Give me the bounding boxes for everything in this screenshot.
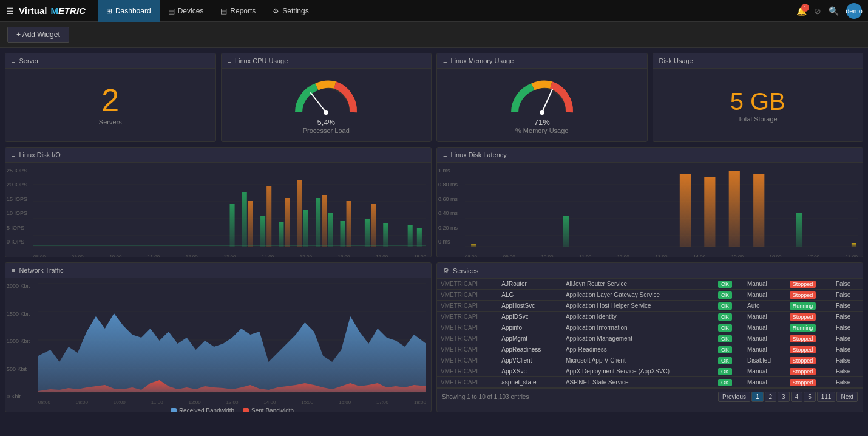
disk-io-chart-svg — [33, 168, 426, 253]
service-server: VMETRICAPI — [437, 333, 498, 344]
server-widget-header: ≡ Server — [5, 53, 215, 69]
table-row: VMETRICAPI AJRouter AllJoyn Router Servi… — [437, 279, 863, 290]
service-name: AppMgmt — [498, 333, 562, 344]
add-widget-button[interactable]: + Add Widget — [7, 27, 69, 43]
server-widget: ≡ Server 2 Servers — [5, 53, 216, 142]
network-widget: ≡ Network Traffic 2000 Kbit 1500 Kbit 10… — [5, 262, 432, 412]
network-legend: Received Bandwidth Sent Bandwidth — [38, 405, 426, 412]
svg-rect-13 — [279, 222, 283, 247]
row3-content: ≡ Network Traffic 2000 Kbit 1500 Kbit 10… — [5, 262, 863, 412]
nav-reports[interactable]: ▤ Reports — [212, 0, 264, 22]
dashboard-icon: ⊞ — [106, 7, 112, 15]
disk-size-value: 5 GB — [730, 88, 785, 115]
service-server: VMETRICAPI — [437, 312, 498, 322]
service-server: VMETRICAPI — [437, 355, 498, 366]
svg-rect-36 — [704, 177, 715, 247]
network-icon: ≡ — [12, 267, 15, 274]
page-2-button[interactable]: 2 — [765, 392, 777, 402]
row2-charts: ≡ Linux Disk I/O 25 IOPS 20 IOPS 15 IOPS… — [5, 147, 863, 257]
cpu-gauge-svg — [293, 76, 359, 115]
page-1-button[interactable]: 1 — [751, 392, 764, 402]
service-description: AllJoyn Router Service — [562, 279, 714, 290]
svg-point-3 — [540, 110, 544, 115]
service-status: OK — [714, 344, 744, 355]
table-row: VMETRICAPI AppMgmt Application Managemen… — [437, 333, 863, 344]
svg-rect-16 — [328, 213, 333, 247]
service-status: OK — [714, 355, 744, 366]
notification-count: 1 — [801, 4, 809, 12]
network-xaxis: 08:0009:0010:0011:0012:0013:0014:0015:00… — [38, 400, 426, 405]
service-startup: Manual — [744, 344, 786, 355]
service-server: VMETRICAPI — [437, 301, 498, 312]
network-header: ≡ Network Traffic — [5, 263, 431, 278]
disk-size-label: Total Storage — [738, 115, 778, 123]
page-5-button[interactable]: 5 — [804, 392, 816, 402]
logo-metric: METRIC — [50, 5, 86, 16]
svg-rect-22 — [248, 201, 253, 247]
search-icon[interactable]: 🔍 — [829, 6, 839, 16]
page-4-button[interactable]: 4 — [791, 392, 803, 402]
service-state: Stopped — [786, 312, 832, 322]
svg-rect-27 — [347, 201, 351, 247]
nav-dashboard[interactable]: ⊞ Dashboard — [98, 0, 160, 22]
next-page-button[interactable]: Next — [836, 392, 858, 402]
network-chart-svg — [38, 283, 426, 398]
service-name: AppHostSvc — [498, 301, 562, 312]
memory-header-icon: ≡ — [443, 57, 447, 64]
service-startup: Manual — [744, 322, 786, 333]
services-table: VMETRICAPI AJRouter AllJoyn Router Servi… — [437, 279, 863, 388]
svg-rect-21 — [417, 228, 422, 247]
service-description: Application Layer Gateway Service — [562, 290, 714, 301]
services-table-container: VMETRICAPI AJRouter AllJoyn Router Servi… — [437, 279, 863, 388]
hamburger-icon[interactable]: ☰ — [6, 6, 14, 16]
disk-latency-widget: ≡ Linux Disk Latency 1 ms 0.80 ms 0.60 m… — [436, 147, 863, 257]
user-avatar[interactable]: demo — [846, 3, 862, 19]
service-status: OK — [714, 290, 744, 301]
service-description: Application Host Helper Service — [562, 301, 714, 312]
prev-page-button[interactable]: Previous — [718, 392, 750, 402]
memory-label: % Memory Usage — [515, 127, 568, 134]
svg-rect-39 — [563, 216, 569, 247]
table-row: VMETRICAPI ALG Application Layer Gateway… — [437, 290, 863, 301]
row1-widgets: ≡ Server 2 Servers ≡ Linux CPU Usage — [5, 53, 863, 142]
svg-rect-15 — [316, 198, 320, 247]
received-legend-dot — [171, 408, 177, 412]
service-status: OK — [714, 279, 744, 290]
service-state: Stopped — [786, 355, 832, 366]
service-trigger: False — [832, 290, 863, 301]
service-server: VMETRICAPI — [437, 322, 498, 333]
svg-rect-19 — [383, 223, 388, 247]
service-server: VMETRICAPI — [437, 366, 498, 377]
top-navigation: ☰ VirtualMETRIC ⊞ Dashboard ▤ Devices ▤ … — [0, 0, 868, 22]
page-111-button[interactable]: 111 — [817, 392, 836, 402]
disk-io-xaxis: 08:0009:0010:0011:0012:0013:0014:0015:00… — [33, 254, 426, 257]
services-footer: Showing 1 to 10 of 1,103 entries Previou… — [437, 388, 863, 405]
disk-usage-body: 5 GB Total Storage — [653, 69, 863, 141]
svg-point-1 — [324, 110, 328, 115]
service-name: AJRouter — [498, 279, 562, 290]
server-label: Servers — [99, 118, 122, 126]
svg-rect-41 — [471, 244, 476, 247]
table-row: VMETRICAPI AppReadiness App Readiness OK… — [437, 344, 863, 355]
service-state: Stopped — [786, 377, 832, 388]
service-trigger: False — [832, 377, 863, 388]
svg-rect-38 — [753, 174, 764, 247]
service-startup: Manual — [744, 366, 786, 377]
nav-settings[interactable]: ⚙ Settings — [264, 0, 317, 22]
nav-devices[interactable]: ▤ Devices — [160, 0, 212, 22]
notification-bell[interactable]: 🔔 1 — [796, 6, 807, 16]
server-count: 2 — [101, 84, 119, 116]
disk-latency-chart-body: 1 ms 0.80 ms 0.60 ms 0.40 ms 0.20 ms 0 m… — [437, 163, 863, 257]
service-startup: Manual — [744, 279, 786, 290]
service-description: Microsoft App-V Client — [562, 355, 714, 366]
service-name: ALG — [498, 290, 562, 301]
service-description: App Readiness — [562, 344, 714, 355]
svg-rect-17 — [340, 221, 345, 247]
service-server: VMETRICAPI — [437, 377, 498, 388]
cpu-value: 5,4% — [317, 118, 335, 127]
service-status: OK — [714, 377, 744, 388]
page-3-button[interactable]: 3 — [778, 392, 790, 402]
cpu-widget: ≡ Linux CPU Usage — [221, 53, 432, 142]
service-server: VMETRICAPI — [437, 344, 498, 355]
add-widget-bar: + Add Widget — [0, 22, 868, 48]
